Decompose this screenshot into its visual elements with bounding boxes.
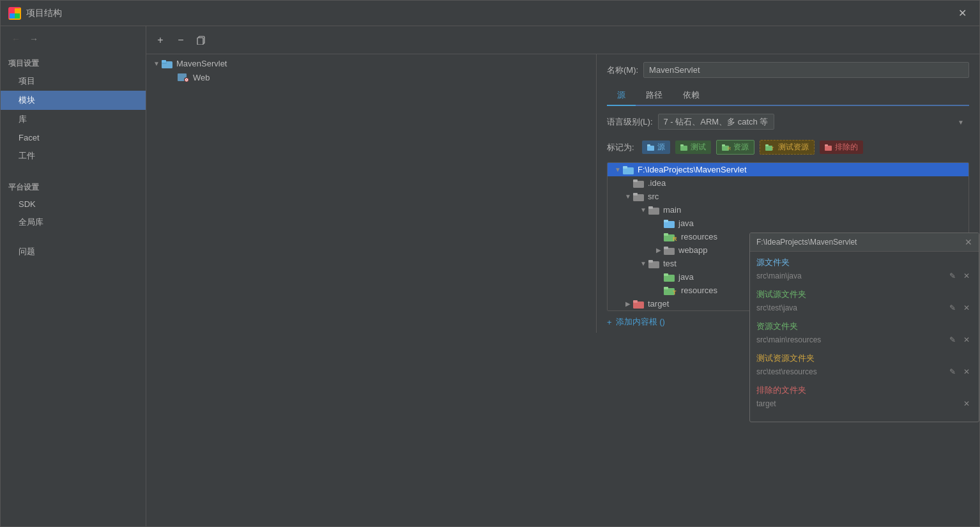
popup-test-source-title: 测试源文件夹 <box>756 289 972 300</box>
svg-rect-0 <box>10 8 15 13</box>
source-tree-java[interactable]: java <box>608 217 969 230</box>
test-folder-icon-tree <box>648 259 660 268</box>
web-icon <box>177 72 190 82</box>
bottom-area: ▼ MavenServlet <box>146 54 979 526</box>
badge-excluded[interactable]: 排除的 <box>820 141 863 154</box>
svg-rect-47 <box>633 300 638 303</box>
sidebar-item-library[interactable]: 库 <box>1 110 146 129</box>
app-icon <box>8 7 21 20</box>
sidebar-item-module[interactable]: 模块 <box>1 91 146 110</box>
svg-rect-22 <box>825 146 832 151</box>
window-title: 项目结构 <box>26 8 953 19</box>
source-tree-main[interactable]: ▼ main <box>608 203 969 217</box>
tabs-row: 源 路径 依赖 <box>607 86 969 106</box>
svg-rect-12 <box>647 146 654 151</box>
svg-rect-5 <box>197 38 203 45</box>
root-arrow: ▼ <box>151 60 162 67</box>
svg-rect-14 <box>680 146 687 151</box>
svg-text:T: T <box>771 146 774 151</box>
popup-close-button[interactable]: ✕ <box>965 237 972 247</box>
badge-test[interactable]: 测试 <box>675 141 711 154</box>
popup-test-resource-title: 测试资源文件夹 <box>756 353 972 364</box>
tab-deps[interactable]: 依赖 <box>673 86 710 106</box>
svg-text:T: T <box>673 289 677 295</box>
popup-test-resource-path: src\test\resources ✎ ✕ <box>756 367 972 377</box>
main-window: 项目结构 ✕ ← → 项目设置 项目 模块 库 Facet 工件 <box>0 0 980 527</box>
title-bar: 项目结构 ✕ <box>1 1 979 26</box>
lang-level-select-wrapper: 7 - 钻石、ARM、多 catch 等 <box>658 114 970 130</box>
sidebar-item-global-lib[interactable]: 全局库 <box>1 213 146 232</box>
svg-rect-31 <box>648 206 653 209</box>
source-tree-src[interactable]: ▼ src <box>608 190 969 203</box>
root-label: MavenServlet <box>176 59 227 68</box>
popup-test-resource-edit[interactable]: ✎ <box>947 367 958 377</box>
add-button[interactable]: + <box>151 31 169 49</box>
forward-button[interactable]: → <box>26 31 42 47</box>
main-folder-icon <box>648 206 660 215</box>
tree-panel: ▼ MavenServlet <box>146 54 596 526</box>
main-content: ← → 项目设置 项目 模块 库 Facet 工件 平台设置 SDK <box>1 26 979 526</box>
svg-rect-38 <box>664 247 668 249</box>
popup-excluded-remove[interactable]: ✕ <box>961 399 972 409</box>
sidebar-item-project[interactable]: 项目 <box>1 72 146 91</box>
popup-test-source-actions: ✎ ✕ <box>947 303 972 313</box>
badge-resource[interactable]: R 资源 <box>716 140 754 155</box>
resources-folder-icon: R <box>664 233 678 241</box>
popup-test-source-edit[interactable]: ✎ <box>947 303 958 313</box>
badge-test-resource[interactable]: T 测试资源 <box>760 140 815 155</box>
svg-rect-33 <box>664 220 668 222</box>
source-tree-idea[interactable]: .idea <box>608 176 969 190</box>
svg-rect-25 <box>623 166 627 169</box>
popup-source-edit[interactable]: ✎ <box>947 271 958 281</box>
tab-path[interactable]: 路径 <box>636 86 673 106</box>
popup-test-source-section: 测试源文件夹 src\test\java ✎ ✕ <box>756 289 972 313</box>
popup-source-path: src\main\java ✎ ✕ <box>756 271 972 281</box>
svg-rect-17 <box>722 144 725 146</box>
name-row: 名称(M): <box>607 62 969 78</box>
lang-level-select[interactable]: 7 - 钻石、ARM、多 catch 等 <box>658 114 774 130</box>
copy-button[interactable] <box>192 31 210 49</box>
source-root-folder-icon <box>623 165 634 174</box>
add-root-plus: + <box>607 317 612 327</box>
back-button[interactable]: ← <box>8 31 24 47</box>
popup-source-actions: ✎ ✕ <box>947 271 972 281</box>
svg-rect-29 <box>633 193 638 195</box>
popup-panel: F:\IdeaProjects\MavenServlet ✕ 源文件夹 src\… <box>749 233 979 422</box>
project-settings-label: 项目设置 <box>1 52 146 72</box>
sidebar: ← → 项目设置 项目 模块 库 Facet 工件 平台设置 SDK <box>1 26 146 526</box>
source-root-path: F:\IdeaProjects\MavenServlet <box>638 165 747 174</box>
sidebar-item-problems[interactable]: 问题 <box>1 242 146 261</box>
tree-web-item[interactable]: Web <box>146 70 596 84</box>
svg-rect-27 <box>633 179 638 182</box>
popup-resource-remove[interactable]: ✕ <box>961 335 972 345</box>
popup-source-remove[interactable]: ✕ <box>961 271 972 281</box>
popup-excluded-title: 排除的文件夹 <box>756 385 972 396</box>
popup-resource-edit[interactable]: ✎ <box>947 335 958 345</box>
sidebar-item-facet[interactable]: Facet <box>1 129 146 146</box>
source-tree-root[interactable]: ▼ F:\IdeaProjects\MavenServlet <box>608 163 969 176</box>
popup-test-resource-remove[interactable]: ✕ <box>961 367 972 377</box>
test-resources-folder-icon: T <box>664 286 678 295</box>
platform-settings-label: 平台设置 <box>1 176 146 195</box>
popup-resource-section: 资源文件夹 src\main\resources ✎ ✕ <box>756 321 972 345</box>
excluded-folder-icon <box>825 144 832 151</box>
close-button[interactable]: ✕ <box>953 4 972 22</box>
svg-rect-8 <box>162 60 166 63</box>
tab-source[interactable]: 源 <box>607 86 636 106</box>
tree-root-item[interactable]: ▼ MavenServlet <box>146 57 596 70</box>
test-java-folder-icon <box>664 273 675 282</box>
badge-source[interactable]: 源 <box>642 141 670 154</box>
src-folder-icon <box>633 192 645 201</box>
svg-rect-44 <box>664 287 668 289</box>
popup-header: F:\IdeaProjects\MavenServlet ✕ <box>750 233 979 252</box>
popup-resource-actions: ✎ ✕ <box>947 335 972 345</box>
svg-rect-2 <box>10 13 15 19</box>
remove-button[interactable]: − <box>172 31 190 49</box>
sidebar-item-sdk[interactable]: SDK <box>1 195 146 213</box>
popup-test-source-remove[interactable]: ✕ <box>961 303 972 313</box>
popup-excluded-actions: ✕ <box>961 399 972 409</box>
svg-rect-20 <box>765 144 769 146</box>
idea-folder-icon <box>633 179 645 188</box>
name-input[interactable] <box>643 62 969 78</box>
sidebar-item-artifact[interactable]: 工件 <box>1 146 146 165</box>
